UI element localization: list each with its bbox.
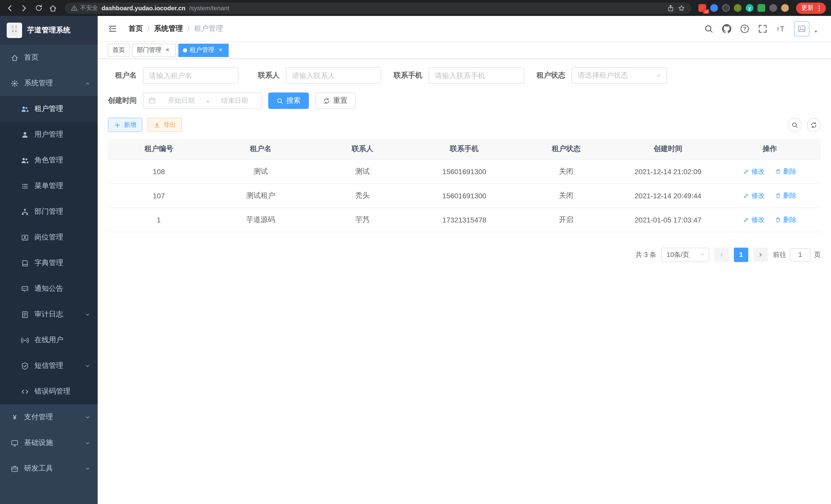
status-select[interactable]: 请选择租户状态 xyxy=(571,67,667,84)
avatar-caret-icon[interactable] xyxy=(813,29,819,34)
security-status[interactable]: 不安全 xyxy=(71,4,98,12)
sidebar-item-role[interactable]: 角色管理 xyxy=(0,147,98,173)
date-range-picker[interactable]: 开始日期 - 结束日期 xyxy=(143,92,262,109)
add-button[interactable]: 新增 xyxy=(108,118,142,132)
contact-input[interactable] xyxy=(286,67,381,84)
toggle-search-button[interactable] xyxy=(788,118,802,132)
sidebar-item-error-code[interactable]: 错误码管理 xyxy=(0,379,98,404)
next-page-button[interactable] xyxy=(753,247,768,262)
extension-icon-3[interactable] xyxy=(722,4,730,12)
user-icon xyxy=(21,131,29,139)
sidebar-item-sms[interactable]: 短信管理 xyxy=(0,353,98,379)
search-button[interactable]: 搜索 xyxy=(268,92,309,109)
extension-icon-4[interactable] xyxy=(734,4,742,12)
sidebar-item-dict[interactable]: 字典管理 xyxy=(0,250,98,276)
tab-label: 租户管理 xyxy=(190,46,214,55)
menu-fold-icon[interactable] xyxy=(108,24,117,33)
breadcrumb-tenant: 租户管理 xyxy=(194,24,223,33)
broken-image-icon xyxy=(798,24,806,33)
fullscreen-icon[interactable] xyxy=(758,24,767,33)
contact-label: 联系人 xyxy=(251,71,280,80)
browser-menu-icon[interactable] xyxy=(815,4,823,11)
back-icon[interactable] xyxy=(5,3,15,12)
delete-button[interactable]: 删除 xyxy=(775,215,797,224)
sidebar-item-tenant[interactable]: 租户管理 xyxy=(0,96,98,122)
table-row: 108 测试 测试 15601691300 关闭 2021-12-14 21:0… xyxy=(108,159,821,183)
security-label: 不安全 xyxy=(80,4,98,12)
profile-avatar[interactable] xyxy=(781,4,789,12)
document-icon xyxy=(21,310,29,318)
tab-tenant[interactable]: 租户管理 × xyxy=(178,43,229,57)
sidebar-item-infra[interactable]: 基础设施 xyxy=(0,430,98,456)
home-icon xyxy=(11,54,19,61)
edit-button[interactable]: 修改 xyxy=(743,215,765,224)
breadcrumb-home[interactable]: 首页 xyxy=(128,24,143,33)
goto-page-input[interactable] xyxy=(790,248,810,261)
bookmark-star-icon[interactable] xyxy=(678,4,685,11)
extension-icon-7[interactable] xyxy=(769,4,777,12)
sidebar-item-menu[interactable]: 菜单管理 xyxy=(0,173,98,199)
extension-icon-5[interactable]: y xyxy=(746,4,753,12)
search-icon[interactable] xyxy=(704,24,713,33)
sidebar-item-payment[interactable]: 支付管理 xyxy=(0,404,98,430)
page-size-select[interactable]: 10条/页 xyxy=(661,247,709,262)
sidebar-item-online-user[interactable]: 在线用户 xyxy=(0,327,98,353)
yen-icon xyxy=(11,413,19,421)
signal-icon xyxy=(21,336,29,344)
breadcrumb: 首页 / 系统管理 / 租户管理 xyxy=(128,24,223,33)
sidebar-item-home[interactable]: 首页 xyxy=(0,45,98,70)
tab-close-icon[interactable]: × xyxy=(217,47,224,54)
table-header-row: 租户编号 租户名 联系人 联系手机 租户状态 创建时间 操作 xyxy=(108,139,821,159)
sidebar-item-user[interactable]: 用户管理 xyxy=(0,122,98,147)
goto-label: 前往 xyxy=(773,250,786,259)
reset-button[interactable]: 重置 xyxy=(315,92,355,109)
reload-icon[interactable] xyxy=(34,3,43,12)
prev-page-button[interactable] xyxy=(714,247,729,262)
delete-icon xyxy=(775,192,781,199)
help-icon[interactable] xyxy=(740,24,749,33)
font-size-icon[interactable] xyxy=(776,24,785,33)
sidebar-item-dept[interactable]: 部门管理 xyxy=(0,199,98,225)
browser-update-button[interactable]: 更新 xyxy=(796,2,826,13)
export-button[interactable]: 导出 xyxy=(147,118,182,132)
extension-icon-1[interactable]: 10 xyxy=(698,4,706,12)
extensions-bar: 10 y xyxy=(698,4,789,12)
tenant-name-label: 租户名 xyxy=(108,71,137,80)
share-icon[interactable] xyxy=(667,4,674,11)
edit-icon xyxy=(743,216,749,223)
phone-input[interactable] xyxy=(429,67,524,84)
home-icon[interactable] xyxy=(48,3,58,12)
tab-dept[interactable]: 部门管理 × xyxy=(132,43,176,57)
tab-close-icon[interactable]: × xyxy=(164,47,171,54)
tab-home[interactable]: 首页 xyxy=(108,43,130,57)
sidebar-item-system[interactable]: 系统管理 xyxy=(0,70,98,96)
date-end-placeholder: 结束日期 xyxy=(212,96,256,105)
sidebar-item-post[interactable]: 岗位管理 xyxy=(0,225,98,250)
forward-icon[interactable] xyxy=(20,3,29,12)
logo-area[interactable]: 芋道管理系统 xyxy=(0,16,98,45)
extension-icon-2[interactable] xyxy=(710,4,718,12)
sidebar-item-dev-tools[interactable]: 研发工具 xyxy=(0,456,98,481)
delete-button[interactable]: 删除 xyxy=(775,167,797,176)
edit-button[interactable]: 修改 xyxy=(743,167,765,176)
delete-button[interactable]: 删除 xyxy=(775,191,797,200)
github-icon[interactable] xyxy=(722,24,731,33)
refresh-table-button[interactable] xyxy=(807,118,821,132)
page-number-button[interactable]: 1 xyxy=(734,247,748,262)
sidebar-item-notice[interactable]: 通知公告 xyxy=(0,276,98,302)
phone-label: 联系手机 xyxy=(394,71,423,80)
extension-icon-6[interactable] xyxy=(757,4,765,12)
avatar[interactable] xyxy=(794,21,809,36)
address-bar[interactable]: 不安全 dashboard.yudao.iocoder.cn/system/te… xyxy=(65,2,691,13)
tenant-name-input[interactable] xyxy=(143,67,238,84)
tab-label: 首页 xyxy=(113,46,125,55)
edit-button[interactable]: 修改 xyxy=(743,191,765,200)
pagination: 共 3 条 10条/页 1 前往 页 xyxy=(108,247,821,262)
delete-icon xyxy=(775,216,781,223)
cell-contact: 秃头 xyxy=(312,183,413,208)
topbar: 首页 / 系统管理 / 租户管理 xyxy=(98,16,831,41)
main-area: 首页 / 系统管理 / 租户管理 xyxy=(98,16,831,504)
sidebar-item-audit-log[interactable]: 审计日志 xyxy=(0,302,98,327)
breadcrumb-system[interactable]: 系统管理 xyxy=(154,24,183,33)
filter-status: 租户状态 请选择租户状态 xyxy=(537,67,667,84)
